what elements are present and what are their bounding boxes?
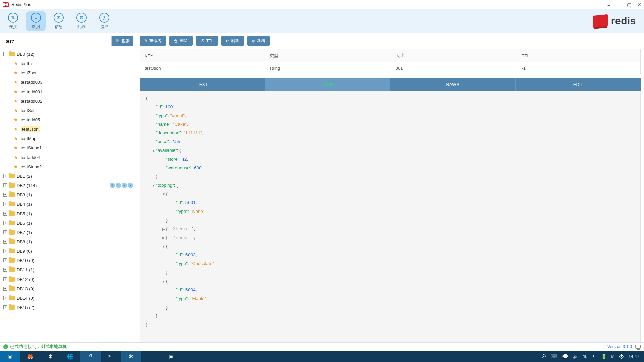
expand-icon[interactable]: +: [3, 202, 7, 206]
tree-DB15[interactable]: +DB15 (2): [0, 303, 136, 312]
expand-icon[interactable]: +: [3, 240, 7, 244]
taskbar-app4[interactable]: ✱: [121, 351, 141, 362]
nav-config-button[interactable]: ⚙配置: [72, 11, 91, 31]
collapse-toggle-icon[interactable]: ▼: [162, 242, 165, 251]
tree-key-testadd001[interactable]: ★testadd001: [0, 87, 136, 96]
tree-DB9[interactable]: +DB9 (0): [0, 246, 136, 256]
expand-icon[interactable]: +: [3, 249, 7, 253]
collapse-icon[interactable]: −: [3, 52, 7, 56]
tree-DB4[interactable]: +DB4 (1): [0, 199, 136, 209]
tree-DB10[interactable]: +DB10 (0): [0, 256, 136, 265]
refresh-button[interactable]: ⟳刷新: [221, 36, 244, 46]
json-viewer[interactable]: { "id": 1001, "type": "donut", "name": "…: [140, 90, 641, 342]
tab-text[interactable]: TEXT: [140, 78, 265, 90]
tab-raws[interactable]: RAWS: [390, 78, 516, 90]
rename-button[interactable]: ✎重命名: [140, 36, 166, 46]
collapse-toggle-icon[interactable]: ▼: [162, 190, 165, 198]
taskbar-app3[interactable]: ⎙: [80, 351, 101, 362]
tray-icon[interactable]: ᯤ: [592, 354, 596, 359]
db-action-icon[interactable]: ⟳: [110, 183, 115, 188]
taskbar-app5[interactable]: 〰: [141, 351, 161, 362]
tree-key-testSet[interactable]: ★testSet: [0, 106, 136, 115]
tree-DB6[interactable]: +DB6 (1): [0, 218, 136, 228]
tree-DB7[interactable]: +DB7 (1): [0, 228, 136, 237]
expand-icon[interactable]: +: [3, 183, 7, 187]
expand-icon[interactable]: +: [3, 212, 7, 216]
star-icon: ★: [13, 136, 19, 141]
tree-key-testMap[interactable]: ★testMap: [0, 134, 136, 143]
search-input[interactable]: [3, 36, 112, 46]
tray-icon[interactable]: ⏻: [619, 354, 624, 359]
expand-icon[interactable]: +: [3, 230, 7, 234]
tree-DB1[interactable]: +DB1 (2): [0, 171, 136, 181]
tray-icon[interactable]: 💬: [562, 354, 568, 359]
expand-icon[interactable]: +: [3, 174, 7, 178]
tree-DB5[interactable]: +DB5 (1): [0, 209, 136, 218]
tree-DB13[interactable]: +DB13 (0): [0, 284, 136, 293]
tree-DB8[interactable]: +DB8 (1): [0, 237, 136, 246]
minimize-button[interactable]: —: [616, 2, 621, 7]
tree-key-testList[interactable]: ★testList: [0, 59, 136, 68]
tab-edit[interactable]: EDIT: [515, 78, 641, 90]
tree-DB3[interactable]: +DB3 (1): [0, 190, 136, 199]
maximize-button[interactable]: ▢: [627, 2, 631, 7]
tree-DB2[interactable]: +DB2 (114)⟳✎＋✕: [0, 181, 136, 190]
taskbar-redisplus[interactable]: ▣: [161, 351, 181, 362]
content-area: ✎重命名🗑删除⏱TTL⟳刷新⊕新增 KEY 类型 大小 TTL testJson…: [136, 33, 644, 342]
taskbar-app1[interactable]: ❇: [40, 351, 60, 362]
tray-icon[interactable]: ⎚: [611, 354, 614, 359]
close-button[interactable]: ✕: [637, 2, 641, 7]
nav-info-button[interactable]: ✉信息: [49, 11, 68, 31]
expand-icon[interactable]: +: [3, 296, 7, 300]
collapse-toggle-icon[interactable]: ▼: [162, 277, 165, 286]
nav-connect-button[interactable]: ⇅连接: [3, 11, 23, 31]
taskbar-app2[interactable]: 🌐: [60, 351, 80, 362]
tree-DB11[interactable]: +DB11 (1): [0, 265, 136, 275]
nav-monitor-button[interactable]: ◎监控: [95, 11, 114, 31]
expand-icon[interactable]: +: [3, 287, 7, 291]
tree-db0[interactable]: −DB0 (12): [0, 49, 136, 59]
tree-key-testZset[interactable]: ★testZset: [0, 68, 136, 77]
db-tree[interactable]: −DB0 (12)★testList★testZset★testadd003★t…: [0, 49, 136, 342]
search-button[interactable]: 🔍 搜索: [112, 36, 133, 46]
collapse-toggle-icon[interactable]: ▼: [152, 181, 155, 190]
tray-icon[interactable]: ⌨: [551, 354, 557, 359]
collapse-toggle-icon[interactable]: ▼: [152, 146, 155, 155]
expand-icon[interactable]: +: [3, 268, 7, 272]
taskbar-launcher[interactable]: ◉: [0, 351, 20, 362]
tree-key-testJson[interactable]: ★testJson: [0, 124, 136, 134]
tree-key-testadd002[interactable]: ★testadd002: [0, 96, 136, 106]
tree-key-testString1[interactable]: ★testString1: [0, 143, 136, 153]
tray-icon[interactable]: 🔈: [573, 354, 578, 359]
tray-icon[interactable]: 🔋: [601, 354, 607, 359]
tree-key-testadd05[interactable]: ★testadd05: [0, 115, 136, 124]
ttl-button[interactable]: ⏱TTL: [196, 36, 218, 46]
expand-icon[interactable]: +: [3, 193, 7, 197]
monitor-icon[interactable]: [635, 345, 641, 349]
db-action-icon[interactable]: ＋: [122, 183, 127, 188]
expand-icon[interactable]: +: [3, 258, 7, 262]
tree-DB14[interactable]: +DB14 (0): [0, 293, 136, 303]
tray-icon[interactable]: ⇅: [583, 354, 587, 359]
db-action-icon[interactable]: ✕: [128, 183, 133, 188]
expand-toggle-icon[interactable]: ▶: [162, 225, 165, 233]
menu-icon[interactable]: ≡: [607, 2, 610, 7]
tab-json[interactable]: JSON: [265, 78, 390, 90]
delete-button[interactable]: 🗑删除: [169, 36, 193, 46]
add-button[interactable]: ⊕新增: [247, 36, 270, 46]
tree-key-testString2[interactable]: ★testString2: [0, 162, 136, 171]
expand-icon[interactable]: +: [3, 221, 7, 225]
expand-toggle-icon[interactable]: ▶: [162, 234, 165, 242]
expand-icon[interactable]: +: [3, 305, 7, 309]
taskbar-terminal[interactable]: >_: [101, 351, 121, 362]
button-label: 新增: [257, 38, 265, 44]
taskbar-firefox[interactable]: 🦊: [20, 351, 40, 362]
tree-key-testadd04[interactable]: ★testadd04: [0, 153, 136, 162]
nav-label: 监控: [100, 24, 108, 30]
expand-icon[interactable]: +: [3, 277, 7, 281]
tree-DB12[interactable]: +DB12 (0): [0, 275, 136, 284]
nav-data-button[interactable]: ⫰数据: [26, 11, 46, 31]
tray-icon[interactable]: ⦿: [541, 354, 546, 359]
db-action-icon[interactable]: ✎: [116, 183, 121, 188]
tree-key-testadd003[interactable]: ★testadd003: [0, 77, 136, 87]
